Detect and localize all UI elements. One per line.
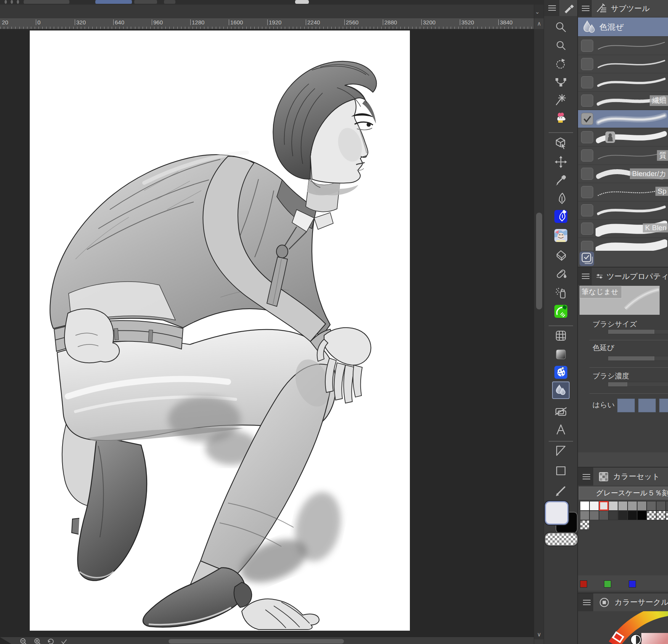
tool-polyline[interactable]	[554, 444, 567, 457]
swatch-#cbcbcb[interactable]	[609, 501, 618, 511]
subtool-brush-row[interactable]	[578, 202, 668, 219]
swatch-#575757[interactable]	[656, 501, 666, 511]
swatch-#262626[interactable]	[618, 511, 628, 520]
scroll-up-button[interactable]: ∧	[534, 18, 544, 29]
tool-airbrush[interactable]	[554, 287, 567, 300]
subtool-group-row[interactable]: 色混ぜ	[578, 18, 668, 36]
zoom-slider[interactable]	[169, 639, 344, 644]
subtool-tab[interactable]: サブツール	[592, 0, 668, 17]
swatch-transparent[interactable]	[647, 511, 656, 520]
swatch-#575757[interactable]	[599, 511, 609, 520]
menu-item[interactable]	[164, 0, 175, 4]
tool-zoom-alt[interactable]	[554, 39, 567, 52]
rotate-reset-icon[interactable]	[47, 638, 55, 644]
canvas-page[interactable]	[30, 30, 410, 631]
collapse-chevron-icon[interactable]: ⌄	[535, 8, 540, 16]
show-all-subtools-toggle[interactable]	[580, 252, 594, 266]
tool-blend[interactable]	[554, 384, 567, 397]
toolbar-tab[interactable]	[559, 0, 578, 16]
brush-visibility-checkbox[interactable]	[581, 95, 593, 107]
tool-property-tab[interactable]: ツールプロパティ	[592, 268, 668, 285]
tool-move[interactable]	[554, 155, 567, 168]
tool-fill-bucket[interactable]	[554, 268, 567, 281]
swatch-#ffffff[interactable]	[580, 501, 589, 511]
brush-size-slider[interactable]	[608, 329, 668, 334]
tool-correct-line[interactable]	[554, 484, 567, 497]
toolbar-menu-icon[interactable]	[548, 5, 556, 11]
subtool-brush-row[interactable]	[578, 110, 668, 128]
tool-mesh-transform[interactable]	[554, 329, 567, 342]
swatch-#8d8d8d[interactable]	[637, 501, 647, 511]
swatch-#4b4b4b[interactable]	[666, 501, 668, 511]
swatch-#636363[interactable]	[647, 501, 656, 511]
tool-control-point[interactable]	[554, 76, 567, 89]
tool-gradient[interactable]	[554, 348, 567, 361]
subtool-brush-row[interactable]: Blender/カ	[578, 165, 668, 183]
brush-density-slider[interactable]	[608, 382, 668, 387]
tool-decoration-icecream[interactable]	[554, 111, 567, 124]
zoom-in-icon[interactable]	[34, 638, 42, 644]
harai-option-2[interactable]	[638, 399, 656, 412]
color-circle-menu-icon[interactable]	[583, 600, 591, 605]
subtool-menu-icon[interactable]	[582, 6, 589, 11]
subtool-brush-row[interactable]	[578, 128, 668, 146]
harai-option-3[interactable]	[659, 399, 668, 412]
menu-item-active[interactable]	[95, 0, 132, 4]
color-stretch-slider[interactable]	[608, 356, 668, 361]
canvas-viewport[interactable]	[0, 29, 534, 637]
swatch-#9b9b9b[interactable]	[628, 501, 637, 511]
brush-visibility-checkbox[interactable]	[581, 186, 593, 198]
swatch-#3b3b3b[interactable]	[609, 511, 618, 520]
subtool-brush-row[interactable]	[578, 37, 668, 54]
tool-text[interactable]	[554, 423, 567, 436]
tool-auto-select[interactable]	[554, 93, 567, 106]
tool-layer-select[interactable]	[554, 405, 567, 418]
swatch-#a9a9a9[interactable]	[618, 501, 628, 511]
brush-visibility-checkbox[interactable]	[581, 168, 593, 180]
sv-square[interactable]	[641, 633, 668, 644]
transparent-color-swatch[interactable]	[545, 533, 578, 546]
swatch-transparent[interactable]	[580, 520, 589, 530]
tool-operation-3d[interactable]	[554, 136, 567, 149]
history-chip-#b41e13[interactable]	[580, 580, 587, 588]
tool-zoom[interactable]	[554, 21, 567, 34]
swatch-#e3e3e3[interactable]	[599, 501, 609, 511]
brush-visibility-checkbox[interactable]	[581, 40, 593, 52]
scroll-down-button[interactable]: ∨	[534, 630, 544, 639]
swatch-#f2f2f2[interactable]	[589, 501, 599, 511]
brush-visibility-checkbox[interactable]	[581, 113, 593, 125]
scrollbar-thumb[interactable]	[536, 213, 542, 309]
color-circle-tab[interactable]: カラーサークル	[593, 593, 668, 611]
brush-visibility-checkbox[interactable]	[581, 204, 593, 216]
tool-custom-avatar[interactable]	[554, 229, 567, 242]
harai-option-1[interactable]	[617, 399, 635, 412]
swatch-#050505[interactable]	[637, 511, 647, 520]
color-set-tab[interactable]: カラーセット	[593, 468, 668, 485]
subtool-brush-row[interactable]	[578, 74, 668, 91]
menu-button[interactable]	[295, 0, 309, 4]
swatch-transparent[interactable]	[666, 511, 668, 520]
subtool-brush-row[interactable]: K Blen	[578, 220, 668, 237]
tool-custom-pen-blue[interactable]	[554, 210, 567, 223]
swatch-#151515[interactable]	[628, 511, 637, 520]
swatch-#7f7f7f[interactable]	[580, 511, 589, 520]
subtool-brush-row[interactable]: 質	[578, 147, 668, 164]
menu-item[interactable]	[134, 0, 157, 4]
subtool-brush-row[interactable]: Sp	[578, 183, 668, 201]
brush-visibility-checkbox[interactable]	[581, 149, 593, 162]
tool-pen[interactable]	[554, 192, 567, 205]
zoom-out-icon[interactable]	[20, 638, 28, 644]
brush-visibility-checkbox[interactable]	[581, 223, 593, 235]
tool-rotate-canvas[interactable]	[554, 57, 567, 70]
swatch-#6f6f6f[interactable]	[589, 511, 599, 520]
history-chip-#2121de[interactable]	[629, 580, 636, 588]
tool-eraser[interactable]	[554, 249, 567, 262]
history-chip-#3fae37[interactable]	[604, 580, 611, 588]
brush-visibility-checkbox[interactable]	[581, 76, 593, 88]
tool-eyedropper[interactable]	[554, 174, 567, 187]
brush-visibility-checkbox[interactable]	[581, 131, 593, 143]
swatch-transparent[interactable]	[656, 511, 666, 520]
subtool-brush-row[interactable]	[578, 55, 668, 73]
foreground-color-swatch[interactable]	[545, 501, 568, 525]
tool-property-menu-icon[interactable]	[582, 274, 589, 279]
